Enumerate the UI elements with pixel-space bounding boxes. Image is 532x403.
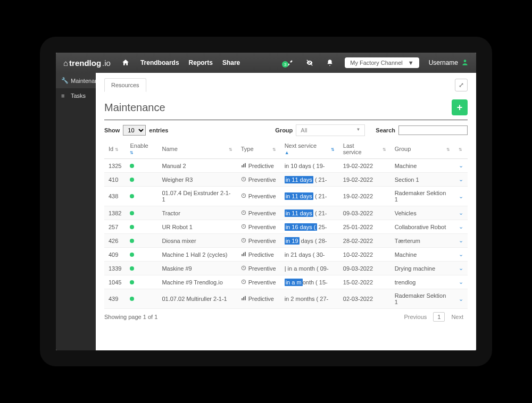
brand-text: trendlog [69,58,101,68]
col-name[interactable]: Name [157,139,224,159]
channel-dropdown[interactable]: My Factory Channel ▼ [345,57,419,68]
table-row[interactable]: 410Weigher R3Preventivein 11 days ( 21-1… [104,173,468,187]
svg-rect-12 [245,251,246,256]
page-number[interactable]: 1 [433,312,445,322]
wrench-icon[interactable]: 3 [284,59,295,66]
table-row[interactable]: 1045Machine #9 Trendlog.ioPreventivein a… [104,275,468,289]
cell-last: 19-02-2022 [339,159,390,173]
bar-chart-icon [241,296,246,302]
tab-resources[interactable]: Resources [104,78,146,92]
add-button[interactable]: + [452,99,468,115]
cell-type: Preventive [237,173,280,187]
table-row[interactable]: 426Diosna mixerPreventivein 19 days ( 28… [104,234,468,248]
group-dropdown[interactable]: All ▼ [296,124,365,136]
expand-row-button[interactable]: ⌄ [454,248,468,262]
cell-id: 410 [104,173,126,187]
status-dot [130,253,134,257]
cell-next: in 10 days ( 19- [280,159,339,173]
cell-next: | in a month ( 09- [280,262,339,275]
status-dot [130,164,134,168]
clock-icon [241,279,246,286]
cell-last: 25-01-2022 [339,220,390,234]
cell-group: Section 1 [390,173,454,187]
expand-row-button[interactable]: ⌄ [454,289,468,309]
search-input[interactable] [398,125,468,135]
cell-next: in 11 days ( 21- [280,187,339,206]
cell-id: 438 [104,187,126,206]
wrench-icon: 🔧 [61,77,68,84]
prev-button[interactable]: Previous [400,312,431,322]
status-dot [130,225,134,229]
user-menu[interactable]: Username [429,58,469,68]
nav-share[interactable]: Share [222,59,240,66]
expand-row-button[interactable]: ⌄ [454,275,468,289]
top-bar: ⌂ trendlog.io Trendboards Reports Share … [56,53,476,73]
expand-row-button[interactable]: ⌄ [454,206,468,220]
bar-chart-icon [241,163,246,169]
eye-off-icon[interactable] [304,59,315,66]
table-row[interactable]: 1339Maskine #9Preventive| in a month ( 0… [104,262,468,275]
nav-reports[interactable]: Reports [189,59,213,66]
status-dot [130,297,134,301]
cell-next: in 2 months ( 27- [280,289,339,309]
col-next[interactable]: Next service ▲ [280,139,327,159]
main-content: Resources ⤢ Maintenance + Show 10 entrie… [96,73,476,350]
svg-rect-17 [245,296,246,300]
clock-icon [241,224,246,230]
expand-row-button[interactable]: ⌄ [454,187,468,206]
svg-rect-15 [242,298,243,300]
cell-next: in 11 days ( 21- [280,206,339,220]
expand-row-button[interactable]: ⌄ [454,262,468,275]
nav-trendboards[interactable]: Trendboards [140,59,179,66]
col-group[interactable]: Group [390,139,442,159]
cell-enable [126,220,157,234]
expand-row-button[interactable]: ⌄ [454,220,468,234]
expand-row-button[interactable]: ⌄ [454,159,468,173]
table-row[interactable]: 257UR Robot 1Preventivein 16 days ( 25-2… [104,220,468,234]
cell-type: Predictive [237,248,280,262]
tablet-frame: ⌂ trendlog.io Trendboards Reports Share … [40,37,492,366]
home-icon[interactable] [120,58,131,67]
sidebar-item-label: Tasks [71,93,86,99]
channel-label: My Factory Channel [350,60,402,66]
table-row[interactable]: 43801.07.4 Dej Exstruder 2-1-1Preventive… [104,187,468,206]
table-row[interactable]: 409Machine 1 Hall 2 (cycles)Predictivein… [104,248,468,262]
col-id[interactable]: Id ⇅ [104,139,126,159]
cell-next: in 19 days ( 28- [280,234,339,248]
sidebar-item-tasks[interactable]: ≡ Tasks [56,88,96,103]
sidebar-item-maintenance[interactable]: 🔧 Maintenance [56,73,96,88]
col-enable[interactable]: Enable ⇅ [126,139,157,159]
table-row[interactable]: 1325Manual 2Predictivein 10 days ( 19-19… [104,159,468,173]
resources-table: Id ⇅ Enable ⇅ Name ⇅ Type ⇅ Next service… [104,139,468,309]
expand-row-button[interactable]: ⌄ [454,234,468,248]
app-screen: ⌂ trendlog.io Trendboards Reports Share … [56,53,476,350]
clock-icon [241,193,246,199]
cell-id: 426 [104,234,126,248]
fullscreen-button[interactable]: ⤢ [455,79,468,91]
svg-rect-11 [243,253,244,256]
brand-logo[interactable]: ⌂ trendlog.io [63,58,111,68]
cell-last: 15-02-2022 [339,275,390,289]
next-button[interactable]: Next [447,312,468,322]
bell-icon[interactable] [325,59,335,66]
cell-next: in 21 days ( 30- [280,248,339,262]
cell-group: Tærterum [390,234,454,248]
table-row[interactable]: 1382TractorPreventivein 11 days ( 21-09-… [104,206,468,220]
username-label: Username [429,59,458,66]
expand-row-button[interactable]: ⌄ [454,173,468,187]
col-last[interactable]: Last service [339,139,378,159]
cell-enable [126,248,157,262]
cell-last: 28-02-2022 [339,234,390,248]
col-type[interactable]: Type [237,139,268,159]
brand-suffix: .io [102,58,111,68]
cell-name: Machine 1 Hall 2 (cycles) [157,248,236,262]
svg-rect-3 [243,164,244,167]
cell-next: in 11 days ( 21- [280,173,339,187]
entries-select[interactable]: 10 [123,125,146,136]
table-row[interactable]: 43901.07.02 Multiruller 2-1-1Predictivei… [104,289,468,309]
cell-enable [126,159,157,173]
cell-name: 01.07.02 Multiruller 2-1-1 [157,289,236,309]
group-value: All [301,127,307,133]
cell-type: Preventive [237,187,280,206]
cell-type: Preventive [237,234,280,248]
